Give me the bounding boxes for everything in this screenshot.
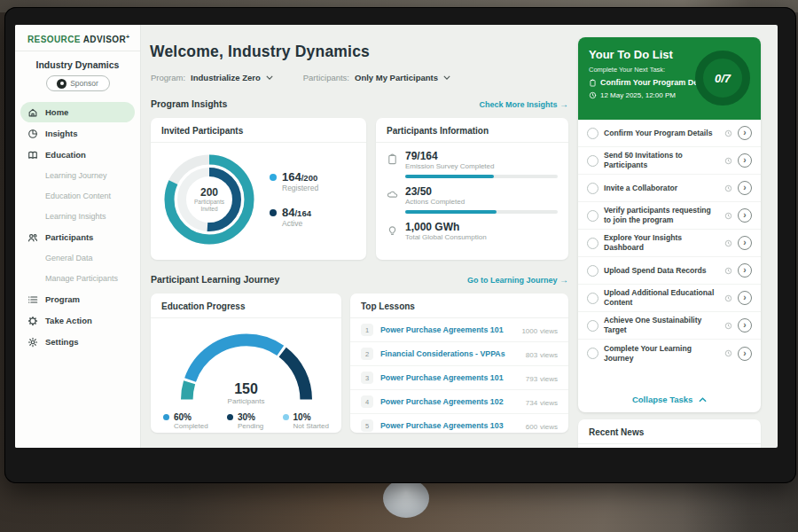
task-open-button[interactable]: › [738, 126, 752, 140]
card-title: Recent News [578, 419, 761, 444]
section-title: Program Insights [151, 98, 227, 109]
gauge-center-value: 150 [176, 381, 317, 397]
clock-icon [724, 239, 732, 247]
actions-progress-bar [405, 210, 558, 214]
lesson-row: 1 Power Purchase Agreements 101 1000 vie… [350, 318, 568, 342]
todo-progress-ring: 0/7 [695, 51, 750, 106]
emission-progress-bar [405, 175, 558, 178]
program-filter[interactable]: Program: Industrialize Zero [151, 73, 273, 82]
donut-legend: 164/200 Registered 84/164 Active [270, 171, 318, 229]
sponsor-label: Sponsor [70, 79, 98, 88]
task-open-button[interactable]: › [738, 153, 752, 168]
invited-participants-card: Invited Participants 200 Participants In… [151, 118, 366, 260]
lesson-rank: 1 [361, 324, 373, 336]
task-checkbox[interactable] [587, 348, 598, 359]
clock-icon [724, 294, 732, 302]
sidebar-item-label: Take Action [45, 316, 92, 325]
settings-icon [27, 337, 38, 348]
task-open-button[interactable]: › [738, 263, 752, 278]
sidebar-item-home[interactable]: Home [20, 102, 135, 122]
task-open-button[interactable]: › [738, 291, 752, 305]
clock-icon [724, 157, 732, 165]
take-action-icon [27, 316, 38, 326]
task-open-button[interactable]: › [738, 318, 752, 332]
legend-dot [227, 414, 233, 420]
legend-item-pending: 30% Pending [227, 412, 263, 430]
task-label: Achieve One Sustainability Target [604, 316, 719, 334]
task-checkbox[interactable] [587, 238, 598, 249]
task-label: Verify participants requesting to join t… [604, 206, 719, 224]
sidebar-item-label: Learning Insights [45, 212, 106, 221]
sidebar-item-label: Insights [45, 129, 77, 138]
task-label: Upload Spend Data Records [604, 266, 719, 276]
sidebar-item-label: Manage Participants [45, 274, 118, 283]
task-open-button[interactable]: › [738, 236, 752, 250]
invited-participants-donut: 200 Participants Invited [160, 150, 259, 249]
participants-information-body: 79/164 Emission Survey Completed 23/50 A… [376, 143, 568, 252]
clock-icon [724, 212, 732, 220]
task-row: Explore Your Insights Dashboard › [578, 230, 761, 257]
lesson-link[interactable]: Financial Considerations - VPPAs [380, 349, 519, 358]
card-title: Top Lessons [350, 293, 568, 318]
participants-filter[interactable]: Participants: Only My Participants [303, 73, 450, 82]
clock-icon [724, 322, 732, 330]
sidebar-item-program[interactable]: Program [20, 289, 135, 309]
card-title: Participants Information [376, 118, 568, 143]
legend-item-active: 84/164 Active [270, 207, 318, 228]
actions-icon [387, 189, 398, 200]
task-open-button[interactable]: › [738, 181, 752, 195]
sidebar-item-take-action[interactable]: Take Action [20, 310, 135, 331]
task-checkbox[interactable] [587, 320, 598, 332]
sidebar-item-insights[interactable]: Insights [20, 123, 135, 144]
task-checkbox[interactable] [587, 128, 598, 139]
task-open-button[interactable]: › [738, 208, 752, 223]
sidebar-item-settings[interactable]: Settings [20, 332, 135, 352]
clock-icon [724, 129, 732, 137]
task-checkbox[interactable] [587, 155, 598, 167]
sidebar-item-learning-journey[interactable]: Learning Journey [20, 166, 135, 185]
lesson-link[interactable]: Power Purchase Agreements 101 [380, 373, 519, 382]
task-label: Invite a Collaborator [604, 184, 719, 193]
task-checkbox[interactable] [587, 265, 598, 277]
education-progress-legend: 60% Completed 30% Pending 10% Not Starte… [151, 405, 341, 430]
task-checkbox[interactable] [587, 183, 598, 194]
program-filter-value: Industrialize Zero [191, 73, 261, 82]
clock-icon [589, 91, 597, 99]
org-name: Industry Dynamics [15, 59, 140, 70]
donut-center-label: Participants Invited [186, 199, 232, 214]
lesson-link[interactable]: Power Purchase Agreements 102 [380, 397, 519, 406]
task-row: Upload Spend Data Records › [578, 257, 761, 285]
task-checkbox[interactable] [587, 293, 598, 304]
sidebar-item-learning-insights[interactable]: Learning Insights [20, 207, 135, 226]
sidebar-item-general-data[interactable]: General Data [20, 248, 135, 268]
dashboard-screen: RESOURCE ADVISOR+ Industry Dynamics Spon… [15, 25, 778, 448]
task-row: Confirm Your Program Details › [578, 120, 761, 147]
collapse-tasks-link[interactable]: Collapse Tasks [578, 387, 761, 412]
home-icon [27, 107, 38, 118]
clipboard-icon [589, 79, 597, 87]
task-open-button[interactable]: › [738, 347, 752, 361]
lesson-row: 5 Power Purchase Agreements 103 600 view… [350, 414, 568, 433]
lesson-row: 4 Power Purchase Agreements 102 734 view… [350, 390, 568, 414]
recent-news-card: Recent News [578, 419, 761, 448]
sidebar-item-participants[interactable]: Participants [20, 227, 135, 247]
sidebar-item-education-content[interactable]: Education Content [20, 186, 135, 206]
legend-item-not-started: 10% Not Started [283, 412, 329, 430]
monitor-bezel: RESOURCE ADVISOR+ Industry Dynamics Spon… [4, 7, 796, 483]
task-checkbox[interactable] [587, 210, 598, 222]
sidebar-item-education[interactable]: Education [20, 145, 135, 165]
go-to-learning-journey-link[interactable]: Go to Learning Journey → [467, 275, 568, 285]
check-more-insights-link[interactable]: Check More Insights → [479, 99, 568, 109]
todo-header: Your To Do List Complete Your Next Task:… [578, 37, 761, 120]
card-title: Education Progress [151, 293, 341, 318]
legend-item-registered: 164/200 Registered [270, 171, 318, 192]
sidebar-nav: Home Insights Education Learning Journey… [15, 102, 140, 352]
lesson-link[interactable]: Power Purchase Agreements 101 [380, 325, 514, 334]
lesson-row: 2 Financial Considerations - VPPAs 803 v… [350, 342, 568, 366]
participants-icon [27, 232, 38, 243]
sidebar-item-manage-participants[interactable]: Manage Participants [20, 269, 135, 288]
task-label: Explore Your Insights Dashboard [604, 233, 719, 252]
donut-center-value: 200 [200, 186, 218, 199]
lesson-link[interactable]: Power Purchase Agreements 103 [380, 421, 519, 430]
lesson-row: 3 Power Purchase Agreements 101 793 view… [350, 366, 568, 390]
